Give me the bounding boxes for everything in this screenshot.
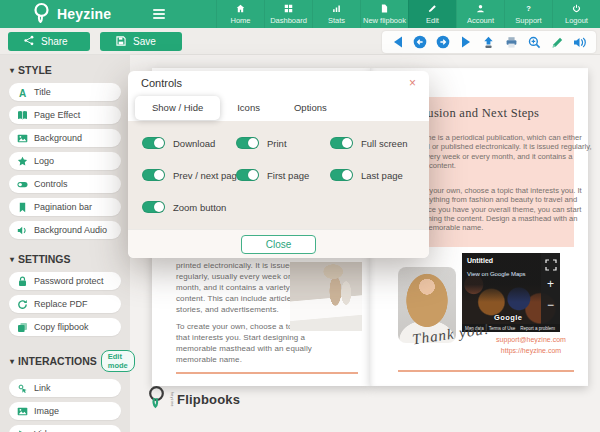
- sidebar-item-logo[interactable]: Logo: [9, 152, 121, 170]
- nav-edit[interactable]: Edit: [408, 0, 456, 28]
- nav-account[interactable]: Account: [456, 0, 504, 28]
- toggle-switch[interactable]: [330, 137, 353, 149]
- map-fullscreen-icon[interactable]: [545, 257, 557, 269]
- modal-close-icon[interactable]: ×: [409, 77, 416, 89]
- website-link[interactable]: https://heyzine.com: [488, 345, 574, 356]
- sidebar-item-title[interactable]: A Title: [9, 83, 121, 101]
- share-icon: [24, 35, 34, 48]
- svg-text:?: ?: [526, 4, 531, 13]
- sidebar-item-copy-flipbook[interactable]: Copy flipbook: [9, 318, 121, 336]
- toggle-switch[interactable]: [236, 169, 259, 181]
- sidebar-item-link[interactable]: Link: [9, 379, 121, 397]
- tab-icons[interactable]: Icons: [220, 96, 277, 120]
- speaker-icon: [17, 225, 28, 236]
- heyzine-logo-icon: [32, 2, 51, 27]
- close-button[interactable]: Close: [241, 235, 317, 254]
- map-controls: + −: [541, 253, 560, 324]
- edit-link-icon[interactable]: [551, 35, 565, 49]
- menu-icon[interactable]: [153, 9, 165, 19]
- support-email-link[interactable]: support@heyzine.com: [488, 334, 574, 345]
- lock-icon: [17, 276, 28, 287]
- share-button[interactable]: Share: [8, 32, 90, 51]
- google-logo[interactable]: Google: [494, 313, 522, 322]
- toggle-switch[interactable]: [142, 137, 165, 149]
- previous-page-icon[interactable]: [413, 35, 427, 49]
- sidebar-item-background[interactable]: Background: [9, 129, 121, 147]
- map-report-link[interactable]: Report a problem: [520, 326, 555, 331]
- modal-header: Controls ×: [128, 71, 429, 95]
- interior-photo: [290, 262, 362, 331]
- fullscreen-icon[interactable]: [482, 35, 496, 49]
- star-icon: [17, 156, 28, 167]
- brand[interactable]: Heyzine: [32, 2, 111, 27]
- controls-modal: Controls × Show / Hide Icons Options Dow…: [128, 71, 429, 258]
- power-icon: [572, 4, 581, 15]
- brand-name: Heyzine: [57, 6, 111, 22]
- image-icon: [17, 133, 28, 144]
- divider-line: [398, 370, 574, 372]
- image-icon: [17, 406, 28, 417]
- sidebar-item-background-audio[interactable]: Background Audio: [9, 221, 121, 239]
- nav-logout[interactable]: Logout: [552, 0, 600, 28]
- modal-tabs: Show / Hide Icons Options: [128, 95, 429, 121]
- google-map-embed[interactable]: Untitled View on Google Maps + − Google …: [462, 253, 560, 332]
- map-terms-link[interactable]: Terms of Use: [489, 326, 516, 331]
- section-interactions[interactable]: ▾ INTERACTIONS Edit mode: [10, 350, 120, 372]
- toggle-switch[interactable]: [330, 169, 353, 181]
- sidebar-item-page-effect[interactable]: Page Effect: [9, 106, 121, 124]
- sidebar-item-replace-pdf[interactable]: Replace PDF: [9, 295, 121, 313]
- caret-down-icon: ▾: [10, 357, 14, 366]
- viewer-toolbar: [382, 31, 596, 53]
- zoom-in-icon[interactable]: [528, 35, 542, 49]
- toggle-zoom-button: Zoom button: [142, 201, 226, 213]
- modal-footer: Close: [128, 229, 429, 258]
- stats-icon: [332, 4, 341, 15]
- sidebar-item-password-protect[interactable]: Password protect: [9, 272, 121, 290]
- toggle-download: Download: [142, 137, 215, 149]
- question-icon: ?: [524, 4, 533, 15]
- sidebar-item-pagination-bar[interactable]: Pagination bar: [9, 198, 121, 216]
- nav-stats[interactable]: Stats: [312, 0, 360, 28]
- nav-home[interactable]: Home: [216, 0, 264, 28]
- action-bar: Share Save: [0, 28, 600, 55]
- nav-new-flipbook[interactable]: New flipbook: [360, 0, 408, 28]
- toggle-last-page: Last page: [330, 169, 403, 181]
- toggle-icon: [17, 179, 28, 190]
- edit-pencil-icon: [428, 4, 437, 15]
- toggle-switch[interactable]: [142, 201, 165, 213]
- title-a-icon: A: [17, 87, 28, 98]
- tab-show-hide[interactable]: Show / Hide: [135, 96, 220, 120]
- last-page-icon[interactable]: [459, 35, 473, 49]
- save-icon: [116, 36, 126, 48]
- top-navbar: Heyzine Home Dashboard Stats New flipboo…: [0, 0, 600, 28]
- heyzine-flipbooks-logo[interactable]: heyzine Flipbooks: [147, 385, 240, 413]
- section-style[interactable]: ▾ STYLE: [10, 64, 120, 76]
- heyzine-glyph-icon: [147, 385, 167, 413]
- flipbooks-wordmark: Flipbooks: [177, 392, 240, 407]
- svg-text:A: A: [19, 87, 26, 98]
- nav-support[interactable]: ? Support: [504, 0, 552, 28]
- map-zoom-in-button[interactable]: +: [547, 278, 554, 290]
- section-settings[interactable]: ▾ SETTINGS: [10, 253, 120, 265]
- map-zoom-out-button[interactable]: −: [547, 299, 554, 311]
- toggle-switch[interactable]: [236, 137, 259, 149]
- view-on-google-maps-link[interactable]: View on Google Maps: [467, 271, 526, 277]
- edit-mode-badge[interactable]: Edit mode: [101, 350, 135, 372]
- sidebar-item-video[interactable]: Video: [9, 425, 121, 432]
- audio-icon[interactable]: [573, 35, 587, 49]
- save-button[interactable]: Save: [100, 32, 182, 51]
- sidebar: ▾ STYLE A Title Page Effect Background L…: [0, 55, 130, 432]
- click-link-icon: [17, 383, 28, 394]
- print-icon[interactable]: [505, 35, 519, 49]
- sidebar-item-image[interactable]: Image: [9, 402, 121, 420]
- nav-dashboard[interactable]: Dashboard: [264, 0, 312, 28]
- play-icon: [17, 429, 28, 432]
- toggle-prev-next-page: Prev / next page: [142, 169, 242, 181]
- sidebar-item-controls[interactable]: Controls: [9, 175, 121, 193]
- main-nav: Home Dashboard Stats New flipbook Edit A…: [216, 0, 600, 28]
- first-page-icon[interactable]: [390, 35, 404, 49]
- bookmark-icon: [17, 202, 28, 213]
- toggle-switch[interactable]: [142, 169, 165, 181]
- tab-options[interactable]: Options: [277, 96, 344, 120]
- next-page-icon[interactable]: [436, 35, 450, 49]
